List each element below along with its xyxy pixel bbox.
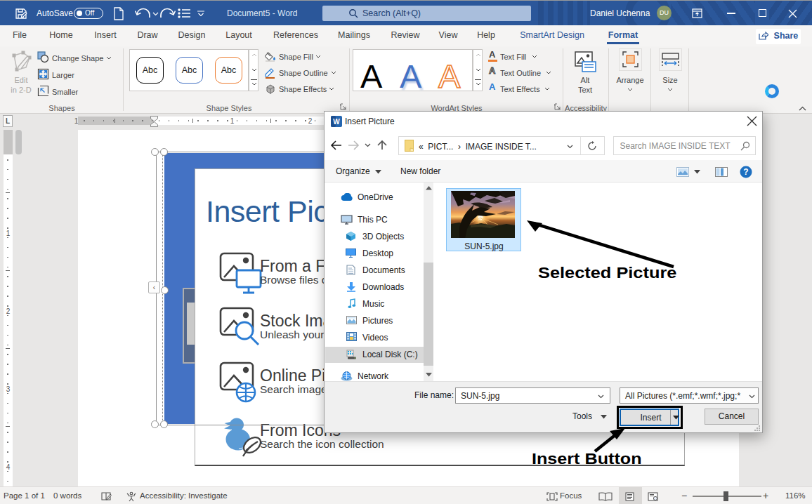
svg-text:?: ? (743, 167, 748, 177)
svg-text:W: W (333, 118, 340, 126)
